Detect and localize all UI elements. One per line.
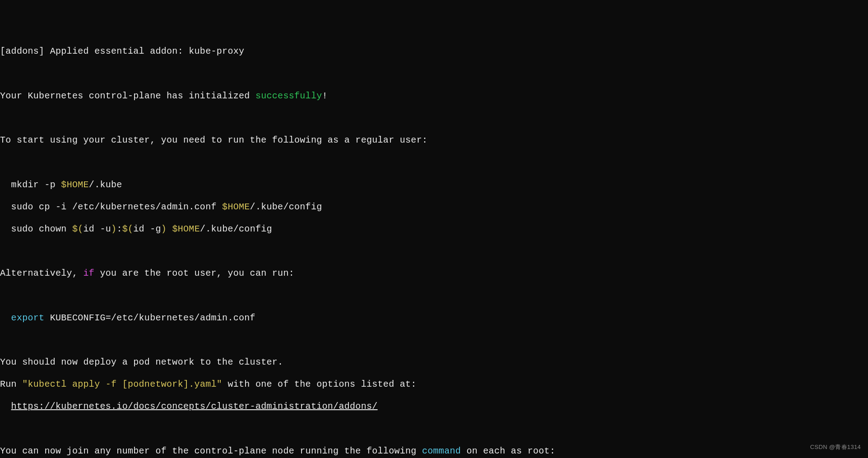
- text: [addons] Applied essential addon: kube-p…: [0, 46, 244, 56]
- terminal-line-addons: [addons] Applied essential addon: kube-p…: [0, 46, 868, 57]
- text: Run: [0, 379, 22, 389]
- quoted-text: "kubectl apply -f [podnetwork].yaml": [22, 379, 222, 389]
- terminal-line-cp: sudo cp -i /etc/kubernetes/admin.conf $H…: [0, 202, 868, 213]
- blank-line: [0, 113, 868, 124]
- space: [167, 224, 172, 234]
- blank-line: [0, 290, 868, 301]
- text: id -g: [133, 224, 161, 234]
- text: /.kube/config: [250, 202, 322, 212]
- terminal-line-alt: Alternatively, if you are the root user,…: [0, 268, 868, 279]
- watermark: CSDN @青春1314: [810, 444, 861, 451]
- text: To start using your cluster, you need to…: [0, 135, 427, 145]
- text: /.kube: [89, 180, 122, 190]
- indent: [0, 313, 11, 323]
- keyword-command: command: [422, 446, 461, 456]
- text: KUBECONFIG=/etc/kubernetes/admin.conf: [44, 313, 255, 323]
- subshell-close: ): [111, 224, 116, 234]
- home-var: $HOME: [172, 224, 200, 234]
- terminal-line-join-intro: You can now join any number of the contr…: [0, 446, 868, 457]
- blank-line: [0, 424, 868, 435]
- text: on each as root:: [461, 446, 555, 456]
- terminal-line-url: https://kubernetes.io/docs/concepts/clus…: [0, 401, 868, 412]
- success-text: successfully: [255, 91, 322, 101]
- text: /.kube/config: [200, 224, 272, 234]
- subshell-close: ): [161, 224, 167, 234]
- text: mkdir -p: [0, 180, 61, 190]
- text: with one of the options listed at:: [222, 379, 417, 389]
- terminal-line-deploy: You should now deploy a pod network to t…: [0, 357, 868, 368]
- terminal-line-chown: sudo chown $(id -u):$(id -g) $HOME/.kube…: [0, 224, 868, 235]
- text: !: [322, 91, 328, 101]
- text: sudo cp -i /etc/kubernetes/admin.conf: [0, 202, 222, 212]
- keyword-export: export: [11, 313, 45, 323]
- terminal-line-success: Your Kubernetes control-plane has initia…: [0, 91, 868, 102]
- text: You should now deploy a pod network to t…: [0, 357, 283, 367]
- docs-link[interactable]: https://kubernetes.io/docs/concepts/clus…: [11, 401, 378, 412]
- subshell-open: $(: [122, 224, 134, 234]
- blank-line: [0, 157, 868, 168]
- text: you are the root user, you can run:: [94, 268, 294, 278]
- keyword-if: if: [84, 268, 95, 278]
- terminal-line-mkdir: mkdir -p $HOME/.kube: [0, 180, 868, 191]
- text: id -u: [84, 224, 111, 234]
- text: Alternatively,: [0, 268, 84, 278]
- blank-line: [0, 246, 868, 257]
- text: You can now join any number of the contr…: [0, 446, 422, 456]
- terminal-line-apply: Run "kubectl apply -f [podnetwork].yaml"…: [0, 379, 868, 390]
- text: :: [116, 224, 122, 234]
- terminal-line-instruction: To start using your cluster, you need to…: [0, 135, 868, 146]
- indent: [0, 401, 11, 412]
- text: sudo chown: [0, 224, 72, 234]
- terminal-line-export: export KUBECONFIG=/etc/kubernetes/admin.…: [0, 313, 868, 324]
- home-var: $HOME: [61, 180, 89, 190]
- subshell-open: $(: [72, 224, 84, 234]
- blank-line: [0, 69, 868, 80]
- home-var: $HOME: [222, 202, 250, 212]
- text: Your Kubernetes control-plane has initia…: [0, 91, 255, 101]
- blank-line: [0, 335, 868, 346]
